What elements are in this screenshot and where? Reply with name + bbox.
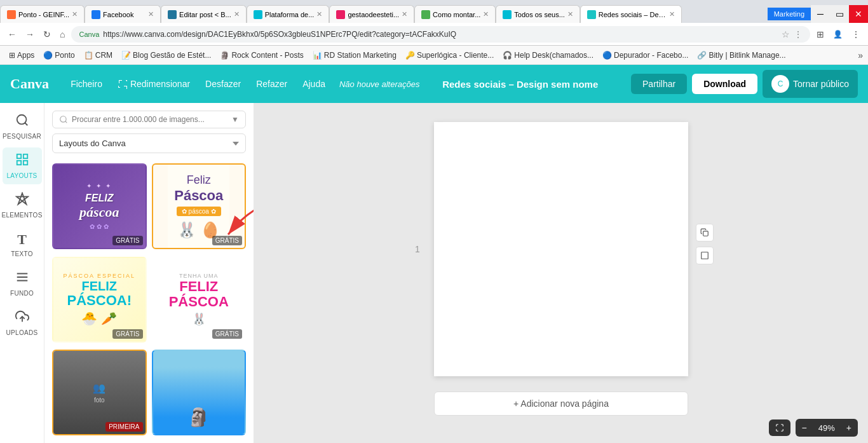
zoom-in-button[interactable]: + [840, 419, 858, 437]
tab-favicon [92, 10, 100, 19]
blog-icon: 📝 [121, 51, 131, 60]
sidebar-item-uploads[interactable]: UPLOADS [3, 304, 42, 341]
share-button[interactable]: Partilhar [631, 74, 687, 94]
bookmark-superlogica[interactable]: 🔑 Superlógica - Cliente... [402, 50, 498, 61]
layouts-grid: ✦ ✦ ✦ FELIZ páscoa ✿ ✿ ✿ GRÁTIS Feliz Pá… [44, 158, 254, 443]
search-input[interactable] [72, 115, 227, 124]
card2-sub: ✿ páscoa ✿ [177, 207, 221, 216]
tab-redes-sociais[interactable]: Redes sociais – Design sem nome ✕ [580, 5, 682, 23]
card5-badge: PRIMEIRA [105, 422, 142, 432]
secure-label: Canva [79, 31, 99, 38]
url-bar[interactable]: Canva https://www.canva.com/design/DAC1E… [71, 26, 810, 43]
layout-card-4[interactable]: TENHA UMA FELIZ PÁSCOA 🐰 GRÁTIS [152, 257, 247, 343]
bookmark-ponto[interactable]: 🔵 Ponto [39, 50, 78, 61]
back-button[interactable]: ← [5, 28, 19, 41]
sidebar-item-layouts[interactable]: LAYOUTS [3, 147, 42, 184]
bookmark-crm[interactable]: 📋 CRM [80, 50, 116, 61]
bookmark-star-icon[interactable]: ☆ [782, 29, 790, 39]
bookmark-rock-content[interactable]: 🗿 Rock Content - Posts [216, 50, 307, 61]
card3-badge: GRÁTIS [112, 329, 142, 339]
bookmark-bitly-label: Bitly | Bitlink Manage... [709, 51, 785, 60]
svg-point-0 [17, 115, 26, 125]
tab-plataforma[interactable]: Plataforma de... ✕ [247, 5, 330, 23]
layout-card-1[interactable]: ✦ ✦ ✦ FELIZ páscoa ✿ ✿ ✿ GRÁTIS [52, 163, 147, 249]
tab-close[interactable]: ✕ [72, 10, 78, 18]
tab-favicon [503, 10, 512, 19]
zoom-out-button[interactable]: − [796, 419, 813, 437]
tab-close[interactable]: ✕ [483, 10, 489, 18]
tab-close[interactable]: ✕ [148, 10, 154, 18]
bookmarks-more-button[interactable]: » [858, 50, 863, 60]
nav-ajuda[interactable]: Ajuda [296, 75, 332, 93]
delete-page-button[interactable] [696, 247, 714, 264]
layouts-filter-select[interactable]: Layouts do Canva Todos os layouts Gratui… [52, 133, 246, 153]
bookmark-depurador[interactable]: 🔵 Depurador - Facebo... [599, 50, 692, 61]
card2-text2: Páscoa [174, 187, 223, 204]
maximize-button[interactable]: ▭ [830, 5, 849, 23]
nav-redimensionar[interactable]: Redimensionar [111, 75, 196, 93]
tab-close[interactable]: ✕ [567, 10, 573, 18]
ponto-icon: 🔵 [43, 51, 53, 60]
tab-close[interactable]: ✕ [402, 10, 407, 18]
layouts-panel: ▼ Layouts do Canva Todos os layouts Grat… [44, 103, 254, 443]
home-button[interactable]: ⌂ [57, 28, 67, 41]
tab-como-montar[interactable]: Como montar... ✕ [414, 5, 496, 23]
layout-card-6[interactable]: 🗿 [152, 350, 247, 435]
bookmark-bitly[interactable]: 🔗 Bitly | Bitlink Manage... [693, 50, 789, 61]
sidebar-item-fundo[interactable]: FUNDO [3, 265, 42, 302]
browser-chrome: Ponto - GEINF... ✕ Facebook ✕ Editar pos… [0, 0, 868, 65]
search-dropdown-icon[interactable]: ▼ [231, 115, 239, 124]
nav-ficheiro[interactable]: Ficheiro [64, 75, 109, 93]
more-options-button[interactable]: ⋮ [849, 28, 863, 41]
bookmark-help-desk[interactable]: 🎧 Help Desk(chamados... [499, 50, 597, 61]
card2-text: Feliz [187, 174, 211, 187]
tab-close[interactable]: ✕ [316, 10, 322, 18]
superlogica-icon: 🔑 [405, 51, 415, 60]
rd-station-icon: 📊 [313, 51, 322, 60]
tab-ponto[interactable]: Ponto - GEINF... ✕ [0, 5, 85, 23]
bookmark-rd-station[interactable]: 📊 RD Station Marketing [309, 50, 400, 61]
tab-close[interactable]: ✕ [234, 10, 240, 18]
tab-facebook[interactable]: Facebook ✕ [85, 5, 161, 23]
svg-line-1 [25, 123, 27, 125]
layout-card-3[interactable]: PÁSCOA ESPECIAL FELIZ PÁSCOA! 🐣 🥕 GRÁTIS [52, 257, 147, 343]
tab-todos[interactable]: Todos os seus... ✕ [496, 5, 580, 23]
fullscreen-button[interactable] [769, 419, 790, 436]
bookmark-help-desk-label: Help Desk(chamados... [514, 51, 593, 60]
download-button[interactable]: Download [692, 74, 757, 94]
elementos-icon [15, 192, 29, 209]
minimize-button[interactable]: ─ [811, 5, 830, 23]
bookmark-apps[interactable]: ⊞ Apps [5, 50, 38, 61]
bookmark-crm-label: CRM [95, 51, 112, 60]
nav-desfazer[interactable]: Desfazer [199, 75, 247, 93]
add-page-button[interactable]: + Adicionar nova página [434, 392, 688, 416]
settings-icon[interactable]: ⋮ [794, 29, 803, 39]
tab-close[interactable]: ✕ [669, 10, 675, 18]
svg-rect-12 [702, 252, 709, 259]
bookmark-blog-label: Blog Gestão de Estét... [133, 51, 211, 60]
svg-rect-5 [23, 161, 27, 165]
bookmark-blog[interactable]: 📝 Blog Gestão de Estét... [118, 50, 215, 61]
sidebar-item-elementos[interactable]: ELEMENTOS [3, 187, 42, 224]
sidebar-item-texto[interactable]: T TEXTO [3, 226, 42, 262]
sidebar-item-pesquisar[interactable]: PESQUISAR [3, 108, 42, 145]
profile-button[interactable]: 👤 [831, 29, 845, 40]
bookmark-apps-label: Apps [17, 51, 34, 60]
forward-button[interactable]: → [23, 28, 37, 41]
tab-gestao[interactable]: gestaodeesteti... ✕ [329, 5, 414, 23]
tab-favicon [587, 10, 596, 19]
nav-refazer[interactable]: Refazer [250, 75, 294, 93]
reload-button[interactable]: ↻ [41, 28, 53, 41]
make-public-button[interactable]: C Tornar público [763, 70, 858, 98]
canvas-page[interactable] [434, 122, 688, 376]
layout-card-5[interactable]: 👥 foto PRIMEIRA [52, 350, 147, 435]
duplicate-page-button[interactable] [696, 224, 714, 242]
search-icon [15, 113, 29, 130]
close-window-button[interactable]: ✕ [849, 5, 868, 23]
tab-edit-post[interactable]: Editar post < B... ✕ [161, 5, 247, 23]
extensions-button[interactable]: ⊞ [814, 28, 827, 41]
svg-point-8 [60, 116, 66, 122]
layout-card-2[interactable]: Feliz Páscoa ✿ páscoa ✿ 🐰 🥚 GRÁTIS [152, 163, 247, 249]
fundo-icon [15, 270, 29, 287]
tab-favicon [7, 10, 16, 19]
